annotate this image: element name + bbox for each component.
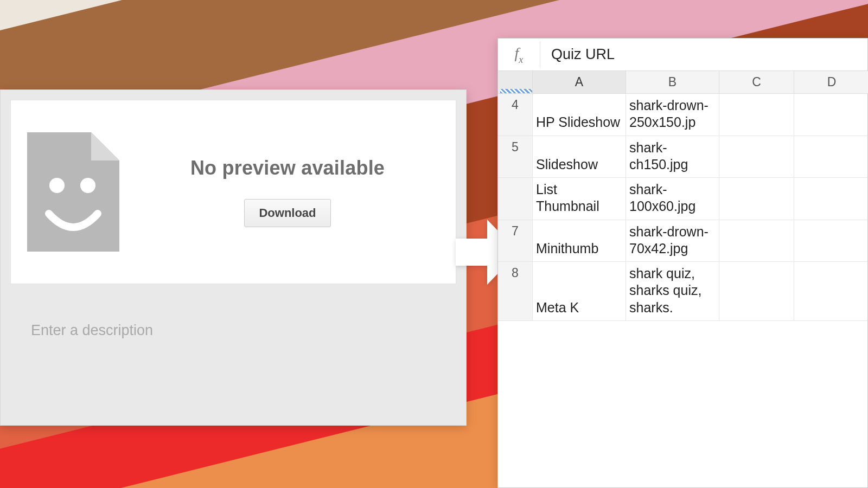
cell[interactable]: Minithumb xyxy=(533,220,626,262)
cell[interactable]: shark-ch150.jpg xyxy=(626,136,719,178)
cell[interactable] xyxy=(794,94,867,136)
svg-marker-1 xyxy=(91,132,119,160)
cell[interactable]: Meta K xyxy=(533,262,626,321)
cell[interactable] xyxy=(719,262,794,321)
spreadsheet: fx Quiz URL A B C D 4 HP Slideshow shark… xyxy=(497,38,868,488)
column-header-d[interactable]: D xyxy=(794,71,868,94)
column-headers: A B C D xyxy=(498,71,867,94)
cell[interactable]: Slideshow xyxy=(533,136,626,178)
row-header[interactable]: 4 xyxy=(498,94,533,136)
preview-inner: No preview available Download xyxy=(10,100,456,284)
svg-point-3 xyxy=(80,178,95,193)
cell[interactable] xyxy=(719,178,794,220)
table-row: 7 Minithumb shark-drown-70x42.jpg xyxy=(498,220,867,262)
cell[interactable] xyxy=(719,220,794,262)
file-smiley-icon xyxy=(27,132,119,252)
cell[interactable] xyxy=(794,262,867,321)
cell[interactable]: HP Slideshow xyxy=(533,94,626,136)
formula-value[interactable]: Quiz URL xyxy=(540,46,615,63)
no-preview-label: No preview available xyxy=(190,157,385,179)
preview-text-area: No preview available Download xyxy=(146,157,445,227)
select-all-corner[interactable] xyxy=(498,71,533,94)
table-row: 4 HP Slideshow shark-drown-250x150.jp xyxy=(498,94,867,136)
cell[interactable]: shark-100x60.jpg xyxy=(626,178,719,220)
row-header[interactable] xyxy=(498,178,533,220)
cell[interactable]: shark-drown-70x42.jpg xyxy=(626,220,719,262)
spreadsheet-grid: 4 HP Slideshow shark-drown-250x150.jp 5 … xyxy=(498,94,867,487)
row-header[interactable]: 8 xyxy=(498,262,533,321)
cell[interactable] xyxy=(719,94,794,136)
column-header-b[interactable]: B xyxy=(626,71,719,94)
description-input[interactable]: Enter a description xyxy=(10,322,456,339)
cell[interactable]: shark-drown-250x150.jp xyxy=(626,94,719,136)
table-row: List Thumbnail shark-100x60.jpg xyxy=(498,178,867,220)
cell[interactable] xyxy=(794,136,867,178)
preview-card: No preview available Download Enter a de… xyxy=(0,89,467,426)
column-header-a[interactable]: A xyxy=(533,71,626,94)
cell[interactable] xyxy=(719,136,794,178)
table-row: 5 Slideshow shark-ch150.jpg xyxy=(498,136,867,178)
svg-point-2 xyxy=(49,178,65,193)
cell[interactable]: List Thumbnail xyxy=(533,178,626,220)
cell[interactable] xyxy=(794,178,867,220)
cell[interactable] xyxy=(794,220,867,262)
download-button[interactable]: Download xyxy=(244,199,330,227)
cell[interactable]: shark quiz, sharks quiz, sharks. xyxy=(626,262,719,321)
table-row: 8 Meta K shark quiz, sharks quiz, sharks… xyxy=(498,262,867,321)
formula-bar: fx Quiz URL xyxy=(498,38,867,71)
fx-icon: fx xyxy=(498,41,540,68)
row-header[interactable]: 5 xyxy=(498,136,533,178)
column-header-c[interactable]: C xyxy=(719,71,794,94)
row-header[interactable]: 7 xyxy=(498,220,533,262)
